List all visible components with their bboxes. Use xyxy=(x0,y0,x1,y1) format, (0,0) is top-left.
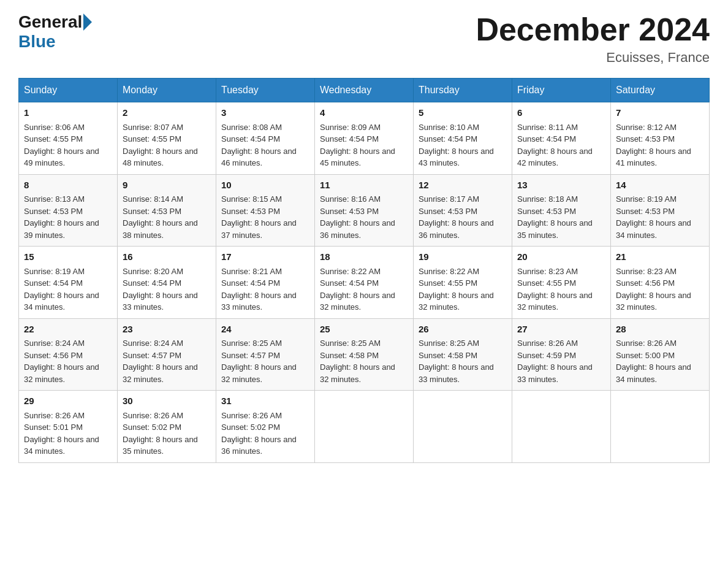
day-info: Sunrise: 8:24 AM Sunset: 4:56 PM Dayligh… xyxy=(24,337,112,385)
day-number: 24 xyxy=(221,323,309,337)
col-monday: Monday xyxy=(118,79,216,102)
calendar-table: Sunday Monday Tuesday Wednesday Thursday… xyxy=(18,78,710,463)
table-row: 18 Sunrise: 8:22 AM Sunset: 4:54 PM Dayl… xyxy=(315,247,414,319)
table-row: 6 Sunrise: 8:11 AM Sunset: 4:54 PM Dayli… xyxy=(512,102,611,175)
logo: General Blue xyxy=(18,12,93,52)
table-row: 13 Sunrise: 8:18 AM Sunset: 4:53 PM Dayl… xyxy=(512,174,611,247)
calendar-week-3: 15 Sunrise: 8:19 AM Sunset: 4:54 PM Dayl… xyxy=(19,247,710,319)
day-info: Sunrise: 8:26 AM Sunset: 5:00 PM Dayligh… xyxy=(616,337,704,385)
day-number: 26 xyxy=(419,323,507,337)
table-row: 9 Sunrise: 8:14 AM Sunset: 4:53 PM Dayli… xyxy=(118,174,216,247)
table-row: 31 Sunrise: 8:26 AM Sunset: 5:02 PM Dayl… xyxy=(216,391,315,463)
col-friday: Friday xyxy=(512,79,611,102)
day-info: Sunrise: 8:26 AM Sunset: 5:02 PM Dayligh… xyxy=(221,410,309,458)
table-row: 1 Sunrise: 8:06 AM Sunset: 4:55 PM Dayli… xyxy=(19,102,118,175)
table-row: 21 Sunrise: 8:23 AM Sunset: 4:56 PM Dayl… xyxy=(611,247,710,319)
month-title: December 2024 xyxy=(476,12,710,47)
table-row: 16 Sunrise: 8:20 AM Sunset: 4:54 PM Dayl… xyxy=(118,247,216,319)
logo-blue-text: Blue xyxy=(18,32,56,52)
day-info: Sunrise: 8:26 AM Sunset: 5:02 PM Dayligh… xyxy=(123,410,211,458)
day-number: 25 xyxy=(320,323,408,337)
table-row: 4 Sunrise: 8:09 AM Sunset: 4:54 PM Dayli… xyxy=(315,102,414,175)
day-info: Sunrise: 8:10 AM Sunset: 4:54 PM Dayligh… xyxy=(419,121,507,169)
day-number: 28 xyxy=(616,323,704,337)
page-header: General Blue December 2024 Ecuisses, Fra… xyxy=(18,12,710,66)
table-row: 10 Sunrise: 8:15 AM Sunset: 4:53 PM Dayl… xyxy=(216,174,315,247)
day-info: Sunrise: 8:13 AM Sunset: 4:53 PM Dayligh… xyxy=(24,193,112,241)
day-info: Sunrise: 8:18 AM Sunset: 4:53 PM Dayligh… xyxy=(517,193,605,241)
day-info: Sunrise: 8:06 AM Sunset: 4:55 PM Dayligh… xyxy=(24,121,112,169)
col-sunday: Sunday xyxy=(19,79,118,102)
logo-arrow-icon xyxy=(83,13,92,31)
day-info: Sunrise: 8:23 AM Sunset: 4:56 PM Dayligh… xyxy=(616,266,704,313)
day-info: Sunrise: 8:22 AM Sunset: 4:55 PM Dayligh… xyxy=(419,266,507,313)
day-info: Sunrise: 8:07 AM Sunset: 4:55 PM Dayligh… xyxy=(123,121,211,169)
day-info: Sunrise: 8:26 AM Sunset: 5:01 PM Dayligh… xyxy=(24,410,112,458)
table-row: 25 Sunrise: 8:25 AM Sunset: 4:58 PM Dayl… xyxy=(315,318,414,391)
day-number: 16 xyxy=(123,250,211,264)
day-number: 3 xyxy=(221,106,309,120)
table-row: 24 Sunrise: 8:25 AM Sunset: 4:57 PM Dayl… xyxy=(216,318,315,391)
day-number: 2 xyxy=(123,106,211,120)
calendar-week-5: 29 Sunrise: 8:26 AM Sunset: 5:01 PM Dayl… xyxy=(19,391,710,463)
day-number: 8 xyxy=(24,178,112,193)
location-text: Ecuisses, France xyxy=(476,50,710,66)
day-number: 1 xyxy=(24,106,112,120)
day-number: 20 xyxy=(517,250,605,264)
day-number: 6 xyxy=(517,106,605,120)
day-info: Sunrise: 8:09 AM Sunset: 4:54 PM Dayligh… xyxy=(320,121,408,169)
table-row: 30 Sunrise: 8:26 AM Sunset: 5:02 PM Dayl… xyxy=(118,391,216,463)
table-row: 14 Sunrise: 8:19 AM Sunset: 4:53 PM Dayl… xyxy=(611,174,710,247)
day-number: 4 xyxy=(320,106,408,120)
day-info: Sunrise: 8:17 AM Sunset: 4:53 PM Dayligh… xyxy=(419,193,507,241)
col-wednesday: Wednesday xyxy=(315,79,414,102)
table-row xyxy=(611,391,710,463)
day-info: Sunrise: 8:24 AM Sunset: 4:57 PM Dayligh… xyxy=(123,337,211,385)
day-info: Sunrise: 8:25 AM Sunset: 4:57 PM Dayligh… xyxy=(221,337,309,385)
table-row xyxy=(414,391,512,463)
table-row: 7 Sunrise: 8:12 AM Sunset: 4:53 PM Dayli… xyxy=(611,102,710,175)
day-number: 15 xyxy=(24,250,112,264)
table-row: 17 Sunrise: 8:21 AM Sunset: 4:54 PM Dayl… xyxy=(216,247,315,319)
day-number: 27 xyxy=(517,323,605,337)
col-saturday: Saturday xyxy=(611,79,710,102)
table-row: 8 Sunrise: 8:13 AM Sunset: 4:53 PM Dayli… xyxy=(19,174,118,247)
calendar-week-2: 8 Sunrise: 8:13 AM Sunset: 4:53 PM Dayli… xyxy=(19,174,710,247)
table-row: 19 Sunrise: 8:22 AM Sunset: 4:55 PM Dayl… xyxy=(414,247,512,319)
day-number: 31 xyxy=(221,394,309,408)
day-number: 23 xyxy=(123,323,211,337)
day-info: Sunrise: 8:15 AM Sunset: 4:53 PM Dayligh… xyxy=(221,193,309,241)
table-row: 26 Sunrise: 8:25 AM Sunset: 4:58 PM Dayl… xyxy=(414,318,512,391)
table-row: 23 Sunrise: 8:24 AM Sunset: 4:57 PM Dayl… xyxy=(118,318,216,391)
table-row: 22 Sunrise: 8:24 AM Sunset: 4:56 PM Dayl… xyxy=(19,318,118,391)
day-info: Sunrise: 8:19 AM Sunset: 4:53 PM Dayligh… xyxy=(616,193,704,241)
day-number: 30 xyxy=(123,394,211,408)
day-info: Sunrise: 8:22 AM Sunset: 4:54 PM Dayligh… xyxy=(320,266,408,313)
table-row: 12 Sunrise: 8:17 AM Sunset: 4:53 PM Dayl… xyxy=(414,174,512,247)
table-row: 29 Sunrise: 8:26 AM Sunset: 5:01 PM Dayl… xyxy=(19,391,118,463)
day-number: 18 xyxy=(320,250,408,264)
day-info: Sunrise: 8:25 AM Sunset: 4:58 PM Dayligh… xyxy=(320,337,408,385)
logo-general-text: General xyxy=(18,12,82,32)
table-row: 20 Sunrise: 8:23 AM Sunset: 4:55 PM Dayl… xyxy=(512,247,611,319)
day-number: 22 xyxy=(24,323,112,337)
col-tuesday: Tuesday xyxy=(216,79,315,102)
day-info: Sunrise: 8:08 AM Sunset: 4:54 PM Dayligh… xyxy=(221,121,309,169)
table-row: 2 Sunrise: 8:07 AM Sunset: 4:55 PM Dayli… xyxy=(118,102,216,175)
day-info: Sunrise: 8:26 AM Sunset: 4:59 PM Dayligh… xyxy=(517,337,605,385)
day-number: 9 xyxy=(123,178,211,193)
day-info: Sunrise: 8:12 AM Sunset: 4:53 PM Dayligh… xyxy=(616,121,704,169)
day-info: Sunrise: 8:23 AM Sunset: 4:55 PM Dayligh… xyxy=(517,266,605,313)
calendar-header-row: Sunday Monday Tuesday Wednesday Thursday… xyxy=(19,79,710,102)
day-number: 14 xyxy=(616,178,704,193)
table-row: 5 Sunrise: 8:10 AM Sunset: 4:54 PM Dayli… xyxy=(414,102,512,175)
day-info: Sunrise: 8:20 AM Sunset: 4:54 PM Dayligh… xyxy=(123,266,211,313)
day-info: Sunrise: 8:25 AM Sunset: 4:58 PM Dayligh… xyxy=(419,337,507,385)
table-row xyxy=(315,391,414,463)
table-row: 3 Sunrise: 8:08 AM Sunset: 4:54 PM Dayli… xyxy=(216,102,315,175)
title-section: December 2024 Ecuisses, France xyxy=(476,12,710,66)
day-number: 21 xyxy=(616,250,704,264)
day-number: 19 xyxy=(419,250,507,264)
day-number: 10 xyxy=(221,178,309,193)
day-number: 7 xyxy=(616,106,704,120)
